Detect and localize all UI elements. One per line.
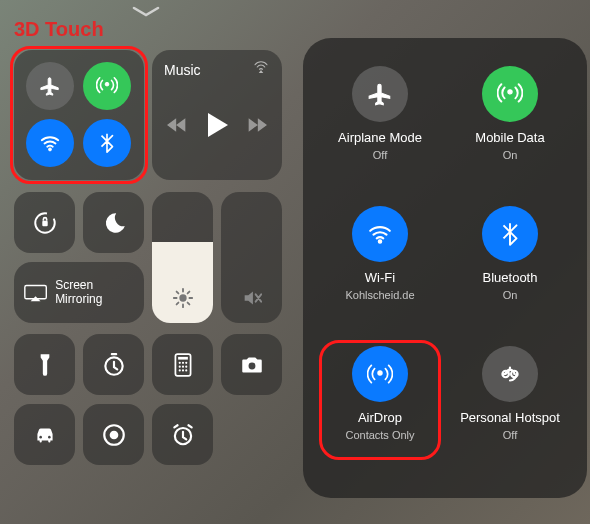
svg-point-1 [49,148,52,151]
item-sub: Kohlscheid.de [345,289,414,301]
wifi-icon [352,206,408,262]
airplane-icon [352,66,408,122]
next-track-icon[interactable] [247,116,267,134]
car-icon [32,422,58,448]
screen-mirroring-label: Screen Mirroring [55,279,134,307]
svg-point-26 [378,371,382,375]
airplane-mode-toggle[interactable] [26,62,74,110]
svg-point-19 [39,435,42,438]
item-label: Personal Hotspot [460,410,560,425]
antenna-icon [96,75,118,97]
svg-point-0 [105,82,109,86]
item-sub: Off [373,149,387,161]
item-sub: Contacts Only [345,429,414,441]
airdrop-icon [352,346,408,402]
mobile-data-item[interactable]: Mobile Data On [445,56,575,196]
brightness-slider[interactable] [152,192,213,323]
annotation-label: 3D Touch [14,18,104,41]
svg-point-14 [178,369,180,371]
screen-record-button[interactable] [83,404,144,465]
svg-point-10 [185,361,187,363]
moon-icon [101,210,127,236]
item-sub: On [503,289,518,301]
item-label: AirDrop [358,410,402,425]
svg-point-12 [181,365,183,367]
wifi-icon [39,132,61,154]
svg-point-13 [185,365,187,367]
alarm-button[interactable] [152,404,213,465]
item-label: Bluetooth [483,270,538,285]
wifi-toggle[interactable] [26,119,74,167]
control-center-collapsed: 3D Touch Music [0,0,291,524]
antenna-icon [482,66,538,122]
camera-button[interactable] [221,334,282,395]
rotation-lock-icon [32,210,58,236]
calculator-button[interactable] [152,334,213,395]
prev-track-icon[interactable] [167,116,187,134]
calculator-icon [170,352,196,378]
svg-rect-17 [178,356,188,359]
timer-icon [101,352,127,378]
airplay-icon[interactable] [252,60,270,78]
flashlight-button[interactable] [14,334,75,395]
play-icon[interactable] [205,112,229,138]
svg-rect-3 [42,220,47,225]
screen-record-icon [101,422,127,448]
item-label: Wi-Fi [365,270,395,285]
orientation-lock-button[interactable] [14,192,75,253]
svg-point-9 [181,361,183,363]
airplane-icon [39,75,61,97]
svg-point-11 [178,365,180,367]
svg-point-22 [109,430,118,439]
hotspot-icon [482,346,538,402]
volume-slider[interactable] [221,192,282,323]
airdrop-item[interactable]: AirDrop Contacts Only [315,336,445,476]
svg-point-25 [378,240,381,243]
do-not-disturb-button[interactable] [83,192,144,253]
screen-mirroring-icon [24,283,47,303]
close-chevron-icon[interactable] [132,4,160,22]
bluetooth-icon [482,206,538,262]
personal-hotspot-item[interactable]: Personal Hotspot Off [445,336,575,476]
svg-point-16 [185,369,187,371]
bluetooth-item[interactable]: Bluetooth On [445,196,575,336]
flashlight-icon [32,352,58,378]
svg-point-5 [179,294,186,301]
svg-point-8 [178,361,180,363]
svg-point-24 [508,90,512,94]
control-center-expanded: Airplane Mode Off Mobile Data On Wi-Fi K… [299,0,590,524]
item-label: Airplane Mode [338,130,422,145]
camera-icon [239,352,265,378]
timer-button[interactable] [83,334,144,395]
item-sub: On [503,149,518,161]
brightness-icon [172,287,194,313]
alarm-clock-icon [170,422,196,448]
item-sub: Off [503,429,517,441]
driving-mode-button[interactable] [14,404,75,465]
connectivity-tile[interactable] [14,50,144,180]
item-label: Mobile Data [475,130,544,145]
svg-point-20 [48,435,51,438]
bluetooth-icon [96,132,118,154]
bluetooth-toggle[interactable] [83,119,131,167]
svg-point-18 [248,362,255,369]
airplane-mode-item[interactable]: Airplane Mode Off [315,56,445,196]
mute-icon [241,287,263,313]
connectivity-expanded-card: Airplane Mode Off Mobile Data On Wi-Fi K… [303,38,587,498]
svg-point-15 [181,369,183,371]
music-tile[interactable]: Music [152,50,282,180]
wifi-item[interactable]: Wi-Fi Kohlscheid.de [315,196,445,336]
cellular-data-toggle[interactable] [83,62,131,110]
screen-mirroring-button[interactable]: Screen Mirroring [14,262,144,323]
